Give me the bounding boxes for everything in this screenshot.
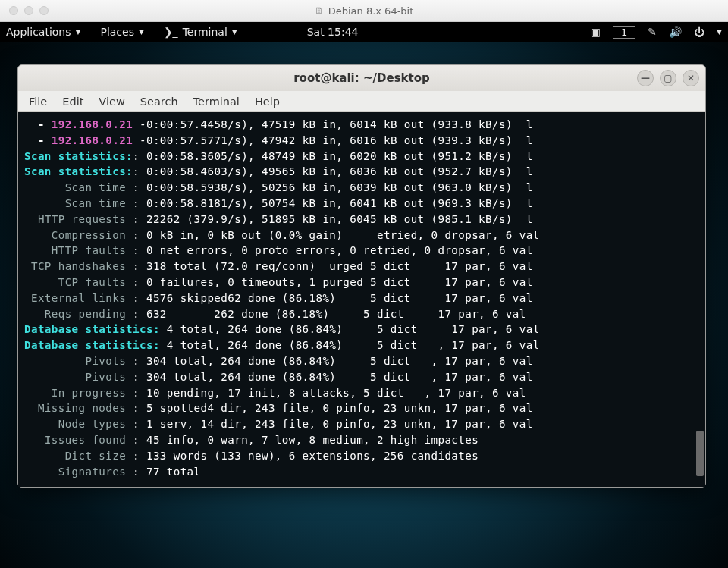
window-title: root@kali: ~/Desktop (293, 71, 430, 85)
camera-icon[interactable]: ▣ (591, 26, 601, 38)
places-label: Places (100, 26, 134, 38)
menu-help[interactable]: Help (255, 96, 280, 108)
terminal-body[interactable]: - 192.168.0.21 -0:00:57.4458/s), 47519 k… (18, 112, 705, 487)
vm-traffic-lights (0, 6, 49, 15)
vm-max-dot[interactable] (39, 6, 49, 15)
chevron-down-icon: ▼ (717, 28, 722, 36)
maximize-button[interactable]: ▢ (660, 70, 676, 86)
terminal-output: - 192.168.0.21 -0:00:57.4458/s), 47519 k… (24, 117, 699, 479)
menu-view[interactable]: View (99, 96, 124, 108)
places-menu[interactable]: Places ▼ (100, 26, 143, 38)
vm-titlebar: 🗎 Debian 8.x 64-bit (0, 0, 728, 22)
workspace-number: 1 (621, 27, 627, 38)
menu-terminal[interactable]: Terminal (193, 96, 240, 108)
workspace-indicator[interactable]: 1 (613, 26, 635, 39)
menu-file[interactable]: File (29, 96, 47, 108)
close-button[interactable]: ✕ (682, 70, 699, 86)
gnome-top-bar: Applications ▼ Places ▼ ❯_ Terminal ▼ Sa… (0, 22, 728, 42)
vm-close-dot[interactable] (9, 6, 18, 15)
applications-label: Applications (6, 26, 71, 38)
applications-menu[interactable]: Applications ▼ (6, 26, 80, 38)
terminal-icon: ❯_ (164, 26, 178, 38)
chevron-down-icon: ▼ (76, 28, 81, 36)
volume-icon[interactable]: 🔊 (669, 26, 682, 38)
terminal-menubar: File Edit View Search Terminal Help (18, 91, 705, 112)
clock-text: Sat 15:44 (307, 26, 359, 38)
terminal-app-menu[interactable]: ❯_ Terminal ▼ (164, 26, 237, 38)
vm-title: 🗎 Debian 8.x 64-bit (315, 5, 414, 17)
vm-min-dot[interactable] (24, 6, 33, 15)
menu-search[interactable]: Search (140, 96, 178, 108)
terminal-window: root@kali: ~/Desktop — ▢ ✕ File Edit Vie… (17, 64, 706, 488)
terminal-app-label: Terminal (183, 26, 228, 38)
screwdriver-icon[interactable]: ✎ (648, 26, 657, 38)
menu-edit[interactable]: Edit (62, 96, 83, 108)
desktop[interactable]: root@kali: ~/Desktop — ▢ ✕ File Edit Vie… (0, 42, 728, 568)
window-titlebar[interactable]: root@kali: ~/Desktop — ▢ ✕ (18, 65, 705, 91)
minimize-button[interactable]: — (637, 70, 654, 86)
chevron-down-icon: ▼ (139, 28, 144, 36)
clock[interactable]: Sat 15:44 (307, 26, 359, 38)
system-tray: ▣ 1 ✎ 🔊 ⏻ ▼ (591, 26, 722, 39)
vm-title-text: Debian 8.x 64-bit (328, 5, 414, 17)
vm-doc-icon: 🗎 (315, 5, 324, 16)
chevron-down-icon: ▼ (232, 28, 237, 36)
power-icon[interactable]: ⏻ (694, 26, 704, 38)
